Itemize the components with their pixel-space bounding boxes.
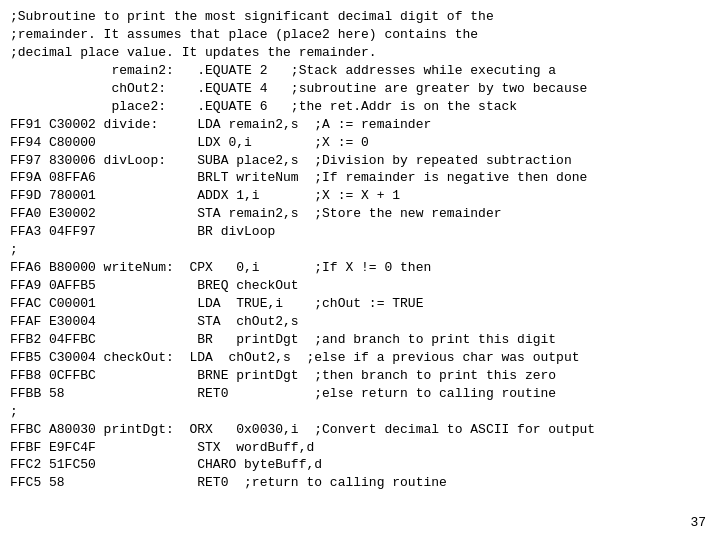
- code-content: ;Subroutine to print the most significan…: [10, 8, 710, 492]
- code-display: ;Subroutine to print the most significan…: [10, 8, 710, 492]
- page-number: 37: [690, 514, 706, 532]
